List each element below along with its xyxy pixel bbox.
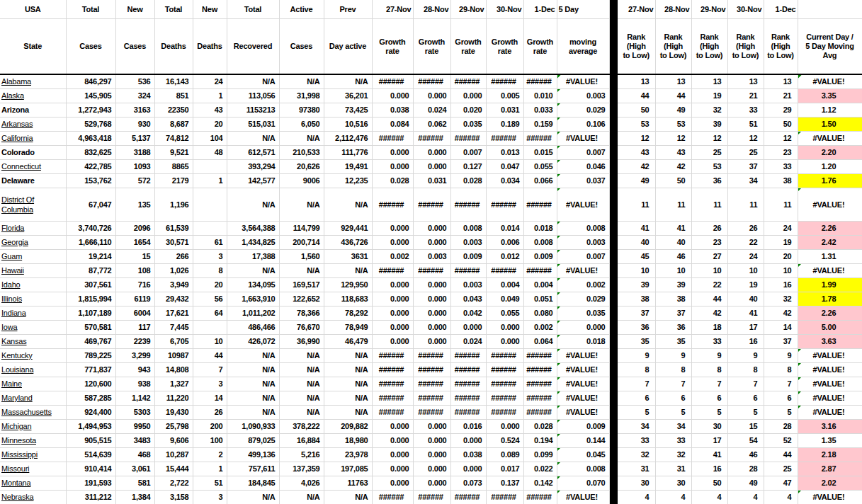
cell-total-recovered[interactable]: N/A — [227, 377, 279, 391]
cell-total-cases[interactable]: 529,768 — [66, 117, 115, 131]
cell-moving-average[interactable]: 0.008 — [557, 462, 609, 476]
cell-prev-day-active[interactable]: 73,425 — [324, 103, 372, 117]
header-cell-moving-average[interactable]: moving average — [557, 19, 609, 75]
cell-total-deaths[interactable]: 2,722 — [154, 476, 193, 490]
cell-growth-28nov[interactable]: 0.000 — [413, 419, 450, 433]
cell-growth-30nov[interactable]: 0.006 — [486, 235, 523, 249]
cell-growth-28nov[interactable]: ###### — [413, 391, 450, 405]
cell-growth-28nov[interactable]: ###### — [413, 405, 450, 419]
cell-rank-29nov[interactable]: 32 — [691, 103, 727, 117]
cell-new-cases[interactable]: 9950 — [115, 419, 154, 433]
cell-growth-30nov[interactable]: 0.047 — [486, 159, 523, 173]
cell-growth-27nov[interactable]: ###### — [372, 362, 413, 377]
cell-rank-30nov[interactable]: 51 — [727, 117, 764, 131]
header-cell-total-recovered[interactable]: Total — [227, 0, 279, 19]
cell-rank-28nov[interactable]: 33 — [655, 433, 691, 447]
cell-rank-27nov[interactable]: 33 — [618, 433, 655, 447]
cell-total-recovered[interactable]: N/A — [227, 490, 279, 504]
cell-rank-30nov[interactable]: 25 — [727, 145, 764, 159]
cell-growth-1dec[interactable]: ###### — [523, 74, 557, 88]
cell-total-cases[interactable]: 191,593 — [66, 476, 115, 490]
cell-ratio-current-5day[interactable]: 2.26 — [798, 221, 862, 235]
cell-growth-1dec[interactable]: 0.159 — [523, 117, 557, 131]
cell-total-recovered[interactable]: 17,388 — [227, 249, 279, 263]
state-cell[interactable]: District Of Columbia — [0, 188, 66, 221]
cell-new-deaths[interactable]: 100 — [193, 433, 227, 447]
cell-prev-day-active[interactable]: N/A — [324, 362, 372, 377]
cell-rank-30nov[interactable]: 7 — [727, 377, 764, 391]
cell-new-cases[interactable]: 1093 — [115, 159, 154, 173]
cell-total-deaths[interactable]: 22350 — [154, 103, 193, 117]
cell-prev-day-active[interactable]: 2,112,476 — [324, 131, 372, 145]
cell-active-cases[interactable]: N/A — [279, 131, 324, 145]
cell-new-deaths[interactable]: 51 — [193, 476, 227, 490]
header-cell-state[interactable]: USA — [0, 0, 66, 19]
cell-total-deaths[interactable]: 15,444 — [154, 462, 193, 476]
cell-rank-30nov[interactable]: 9 — [727, 348, 764, 362]
cell-total-cases[interactable]: 145,905 — [66, 88, 115, 103]
cell-growth-30nov[interactable]: ###### — [486, 188, 523, 221]
cell-growth-29nov[interactable]: ###### — [450, 490, 486, 504]
cell-new-deaths[interactable]: 8 — [193, 263, 227, 277]
cell-growth-30nov[interactable]: ###### — [486, 405, 523, 419]
cell-new-cases[interactable]: 943 — [115, 362, 154, 377]
cell-active-cases[interactable]: 1,560 — [279, 249, 324, 263]
cell-prev-day-active[interactable]: N/A — [324, 391, 372, 405]
cell-growth-29nov[interactable]: 0.020 — [450, 103, 486, 117]
cell-new-cases[interactable]: 1654 — [115, 235, 154, 249]
cell-rank-27nov[interactable]: 42 — [618, 159, 655, 173]
state-cell[interactable]: Nebraska — [0, 490, 66, 504]
cell-ratio-current-5day[interactable]: #VALUE! — [798, 188, 862, 221]
cell-moving-average[interactable]: 0.007 — [557, 249, 609, 263]
cell-rank-28nov[interactable]: 43 — [655, 145, 691, 159]
cell-growth-28nov[interactable]: 0.000 — [413, 145, 450, 159]
cell-growth-27nov[interactable]: 0.000 — [372, 419, 413, 433]
cell-growth-28nov[interactable]: ###### — [413, 362, 450, 377]
cell-rank-29nov[interactable]: 6 — [691, 391, 727, 405]
cell-growth-29nov[interactable]: 0.009 — [450, 249, 486, 263]
cell-new-cases[interactable]: 2239 — [115, 334, 154, 348]
cell-rank-27nov[interactable]: 49 — [618, 173, 655, 188]
cell-total-deaths[interactable]: 10,287 — [154, 447, 193, 462]
cell-growth-30nov[interactable]: 0.013 — [486, 145, 523, 159]
cell-growth-29nov[interactable]: 0.073 — [450, 476, 486, 490]
cell-prev-day-active[interactable]: N/A — [324, 405, 372, 419]
cell-active-cases[interactable]: 4,026 — [279, 476, 324, 490]
cell-rank-28nov[interactable]: 7 — [655, 377, 691, 391]
cell-growth-1dec[interactable]: ###### — [523, 263, 557, 277]
cell-rank-27nov[interactable]: 38 — [618, 292, 655, 306]
cell-growth-30nov[interactable]: ###### — [486, 362, 523, 377]
cell-prev-day-active[interactable]: 78,292 — [324, 306, 372, 320]
cell-moving-average[interactable]: #VALUE! — [557, 263, 609, 277]
cell-total-deaths[interactable]: 1,026 — [154, 263, 193, 277]
cell-moving-average[interactable]: #VALUE! — [557, 348, 609, 362]
cell-prev-day-active[interactable]: 118,683 — [324, 292, 372, 306]
cell-rank-30nov[interactable]: 4 — [727, 490, 764, 504]
cell-new-deaths[interactable]: 48 — [193, 145, 227, 159]
header-cell-growth-28nov[interactable]: Growth rate — [413, 19, 450, 75]
cell-prev-day-active[interactable]: 36,201 — [324, 88, 372, 103]
cell-new-deaths[interactable]: 64 — [193, 306, 227, 320]
cell-growth-1dec[interactable]: 0.018 — [523, 221, 557, 235]
cell-growth-28nov[interactable]: 0.000 — [413, 235, 450, 249]
cell-growth-27nov[interactable]: ###### — [372, 405, 413, 419]
cell-growth-29nov[interactable]: 0.003 — [450, 235, 486, 249]
cell-rank-27nov[interactable]: 12 — [618, 131, 655, 145]
cell-ratio-current-5day[interactable]: 1.20 — [798, 159, 862, 173]
header-cell-rank-1dec[interactable]: Rank (High to Low) — [764, 19, 798, 75]
header-cell-new-deaths[interactable]: Deaths — [193, 19, 227, 75]
cell-ratio-current-5day[interactable]: #VALUE! — [798, 490, 862, 504]
cell-growth-29nov[interactable]: 0.003 — [450, 277, 486, 292]
cell-growth-29nov[interactable]: ###### — [450, 131, 486, 145]
state-cell[interactable]: Missouri — [0, 462, 66, 476]
cell-rank-27nov[interactable]: 37 — [618, 306, 655, 320]
cell-rank-1dec[interactable]: 44 — [764, 447, 798, 462]
cell-total-recovered[interactable]: 757,611 — [227, 462, 279, 476]
header-cell-rank-30nov[interactable]: Rank (High to Low) — [727, 19, 764, 75]
cell-growth-28nov[interactable]: ###### — [413, 263, 450, 277]
cell-total-recovered[interactable]: 499,136 — [227, 447, 279, 462]
cell-rank-1dec[interactable]: 42 — [764, 306, 798, 320]
cell-rank-29nov[interactable]: 9 — [691, 348, 727, 362]
cell-growth-1dec[interactable]: ###### — [523, 377, 557, 391]
cell-total-recovered[interactable]: 426,072 — [227, 334, 279, 348]
